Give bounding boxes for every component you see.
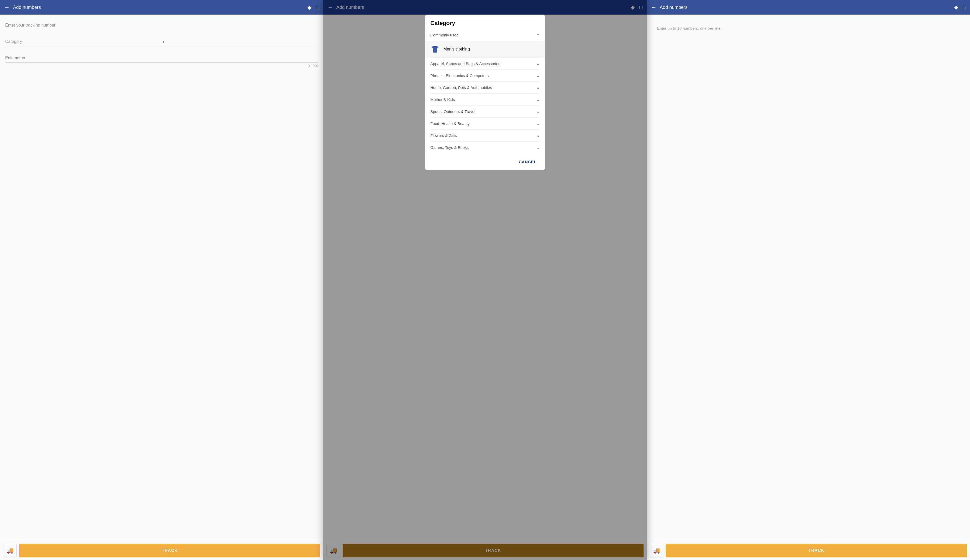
nav-bar-right: ← Add numbers ◆ □ [647, 0, 970, 15]
section-commonly-used[interactable]: Commonly used ⌃ [425, 29, 545, 41]
chevron-commonly-used: ⌃ [536, 33, 540, 37]
section-home[interactable]: Home, Garden, Pets & Automobiles ⌄ [425, 82, 545, 93]
chevron-mother-kids: ⌄ [536, 98, 540, 102]
svg-rect-1 [433, 46, 437, 47]
content-right: Enter up to 10 numbers, one per line. [647, 15, 970, 541]
hint-text-right: Enter up to 10 numbers, one per line. [652, 21, 965, 36]
section-sports[interactable]: Sports, Outdoors & Travel ⌄ [425, 106, 545, 117]
panel-center: ← Add numbers ◆ □ 🚚 TRACK Category Commo… [323, 0, 647, 560]
truck-button-left[interactable]: 🚚 [3, 544, 17, 557]
section-phones-label: Phones, Electronics & Computers [430, 73, 489, 78]
section-mother-kids-label: Mother & Kids [430, 97, 455, 102]
panel-right: ← Add numbers ◆ □ Enter up to 10 numbers… [647, 0, 970, 560]
chevron-home: ⌄ [536, 86, 540, 90]
memo-field-left: 0 / 200 [5, 53, 318, 68]
category-arrow-left: ▼ [162, 40, 318, 44]
section-games-label: Games, Toys & Books [430, 145, 469, 150]
cancel-button[interactable]: CANCEL [516, 157, 540, 166]
shirt-icon [430, 45, 440, 54]
truck-button-right[interactable]: 🚚 [650, 544, 663, 557]
section-commonly-used-label: Commonly used [430, 33, 458, 37]
chevron-games: ⌄ [536, 145, 540, 150]
tracking-field-left [5, 21, 318, 30]
section-games[interactable]: Games, Toys & Books ⌄ [425, 142, 545, 153]
expand-icon-left[interactable]: □ [316, 5, 319, 10]
section-flowers-label: Flowers & Gifts [430, 133, 457, 138]
nav-icons-left: ◆ □ [307, 4, 319, 10]
dialog-title: Category [430, 20, 540, 27]
expand-icon-right[interactable]: □ [963, 5, 966, 10]
track-button-right[interactable]: TRACK [666, 544, 967, 557]
bottom-bar-right: 🚚 TRACK [647, 541, 970, 560]
tracking-input-left[interactable] [5, 21, 318, 30]
bottom-bar-left: 🚚 TRACK [0, 541, 323, 560]
memo-input-left[interactable] [5, 53, 318, 63]
chevron-sports: ⌄ [536, 110, 540, 114]
dialog-body: Commonly used ⌃ Men's clothing [425, 29, 545, 153]
nav-title-right: Add numbers [659, 5, 954, 10]
nav-title-left: Add numbers [13, 5, 307, 10]
mens-clothing-label: Men's clothing [443, 47, 470, 52]
chevron-phones: ⌄ [536, 73, 540, 78]
memo-counter-left: 0 / 200 [5, 64, 318, 68]
nav-icons-right: ◆ □ [954, 4, 966, 10]
back-button-right[interactable]: ← [651, 4, 656, 11]
globe-icon-left[interactable]: ◆ [307, 4, 311, 10]
dialog-header: Category [425, 15, 545, 29]
section-flowers[interactable]: Flowers & Gifts ⌄ [425, 130, 545, 141]
back-button-left[interactable]: ← [4, 4, 10, 11]
section-phones[interactable]: Phones, Electronics & Computers ⌄ [425, 70, 545, 82]
category-placeholder-left: Category [5, 39, 162, 44]
section-food[interactable]: Food, Health & Beauty ⌄ [425, 118, 545, 129]
chevron-flowers: ⌄ [536, 133, 540, 138]
dialog-overlay[interactable]: Category Commonly used ⌃ [323, 0, 647, 560]
chevron-apparel: ⌄ [536, 62, 540, 66]
section-apparel-label: Apparel, Shoes and Bags & Accessories [430, 62, 500, 66]
section-apparel[interactable]: Apparel, Shoes and Bags & Accessories ⌄ [425, 58, 545, 70]
section-home-label: Home, Garden, Pets & Automobiles [430, 85, 492, 90]
track-button-left[interactable]: TRACK [19, 544, 320, 557]
dialog-footer: CANCEL [425, 153, 545, 170]
section-food-label: Food, Health & Beauty [430, 121, 470, 126]
globe-icon-right[interactable]: ◆ [954, 4, 958, 10]
category-dialog: Category Commonly used ⌃ [425, 15, 545, 170]
chevron-food: ⌄ [536, 122, 540, 126]
section-sports-label: Sports, Outdoors & Travel [430, 109, 475, 114]
section-mother-kids[interactable]: Mother & Kids ⌄ [425, 94, 545, 105]
panel-left: ← Add numbers ◆ □ Category ▼ 0 / 200 🚚 T… [0, 0, 323, 560]
content-left: Category ▼ 0 / 200 [0, 15, 323, 541]
nav-bar-left: ← Add numbers ◆ □ [0, 0, 323, 15]
category-item-mens-clothing[interactable]: Men's clothing [425, 41, 545, 58]
category-field-left[interactable]: Category ▼ [5, 37, 318, 46]
